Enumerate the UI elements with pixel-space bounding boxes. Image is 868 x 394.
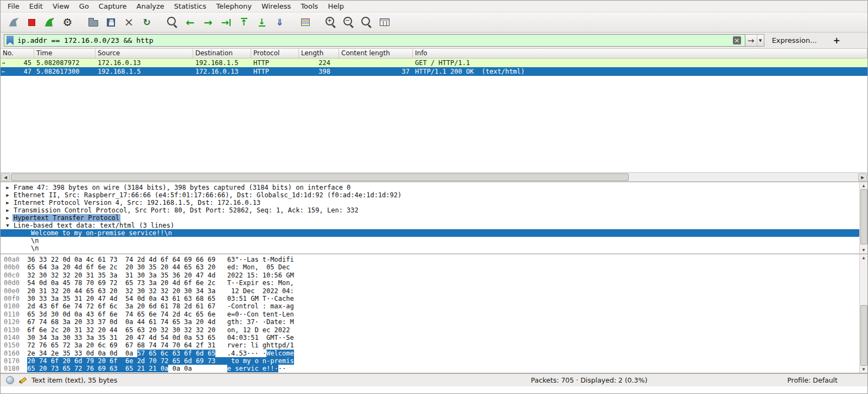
filter-apply-button[interactable] bbox=[745, 35, 757, 46]
menu-item-telephony[interactable]: Telephony bbox=[211, 1, 257, 11]
menu-item-capture[interactable]: Capture bbox=[94, 1, 132, 11]
colorize-packets-button[interactable] bbox=[296, 15, 314, 30]
go-to-bottom-button[interactable] bbox=[253, 15, 271, 30]
capture-options-button[interactable] bbox=[59, 15, 76, 30]
detail-row-4[interactable]: ▶Hypertext Transfer Protocol bbox=[1, 214, 859, 222]
start-capture-button[interactable] bbox=[5, 15, 23, 30]
hex-line-0120[interactable]: 0120 67 74 68 3a 20 33 37 0d 0a 44 61 74… bbox=[4, 318, 859, 326]
hex-line-00f0[interactable]: 00f0 30 33 3a 35 31 20 47 4d 54 0d 0a 43… bbox=[4, 295, 859, 302]
detail-row-6[interactable]: Welcome to my on-premise service!!\n bbox=[1, 229, 859, 237]
find-packet-button[interactable] bbox=[163, 15, 181, 30]
resize-columns-button[interactable] bbox=[375, 15, 393, 30]
hex-scrollbar[interactable] bbox=[859, 254, 867, 373]
hex-scroll-thumb[interactable] bbox=[860, 305, 867, 366]
restart-capture-button[interactable] bbox=[41, 15, 59, 30]
horizontal-scroll-thumb[interactable] bbox=[11, 173, 629, 181]
zoom-out-button[interactable] bbox=[340, 15, 358, 30]
detail-row-3[interactable]: ▶Transmission Control Protocol, Src Port… bbox=[1, 206, 859, 214]
go-to-top-button[interactable] bbox=[235, 15, 253, 30]
expert-info-icon[interactable] bbox=[6, 376, 14, 384]
menu-item-go[interactable]: Go bbox=[74, 1, 94, 11]
column-header-source[interactable]: Source bbox=[95, 49, 193, 58]
hex-line-0130[interactable]: 0130 6f 6e 2c 20 31 32 20 44 65 63 20 32… bbox=[4, 326, 859, 334]
collapse-arrow-icon[interactable]: ▼ bbox=[4, 222, 11, 229]
close-file-button[interactable] bbox=[120, 15, 138, 30]
packet-row-47[interactable]: ←475.082617300192.168.1.5172.16.0.13HTTP… bbox=[1, 67, 867, 76]
reload-file-button[interactable] bbox=[138, 15, 156, 30]
expand-arrow-icon[interactable]: ▶ bbox=[4, 191, 11, 199]
packet-row-45[interactable]: →455.082087972172.16.0.13192.168.1.5HTTP… bbox=[1, 59, 867, 67]
column-header-time[interactable]: Time bbox=[34, 49, 95, 58]
scroll-right-arrow-icon[interactable] bbox=[858, 173, 867, 181]
details-scroll-track[interactable] bbox=[860, 189, 867, 247]
filter-add-button[interactable]: + bbox=[829, 35, 845, 46]
packet-number: 45 bbox=[24, 59, 31, 67]
expand-arrow-icon[interactable]: ▶ bbox=[4, 206, 11, 214]
detail-row-5[interactable]: ▼Line-based text data: text/html (3 line… bbox=[1, 222, 859, 229]
column-header-content-length[interactable]: Content length bbox=[339, 49, 413, 58]
column-header-length[interactable]: Length bbox=[299, 49, 339, 58]
details-scrollbar[interactable] bbox=[859, 182, 867, 254]
column-header-no[interactable]: No. bbox=[1, 49, 34, 58]
filter-clear-button[interactable] bbox=[733, 36, 741, 44]
detail-row-0[interactable]: ▶Frame 47: 398 bytes on wire (3184 bits)… bbox=[1, 184, 859, 191]
hex-line-0160[interactable]: 0160 2e 34 2e 35 33 0d 0a 0d 0a 57 65 6c… bbox=[4, 350, 859, 357]
menu-item-analyze[interactable]: Analyze bbox=[132, 1, 169, 11]
go-back-button[interactable] bbox=[181, 15, 199, 30]
hex-line-0140[interactable]: 0140 30 34 3a 30 33 3a 35 31 20 47 4d 54… bbox=[4, 334, 859, 341]
hex-line-0150[interactable]: 0150 72 76 65 72 3a 20 6c 69 67 68 74 74… bbox=[4, 341, 859, 349]
menu-item-tools[interactable]: Tools bbox=[296, 1, 323, 11]
scroll-down-arrow-icon[interactable] bbox=[863, 247, 865, 253]
expand-arrow-icon[interactable]: ▶ bbox=[4, 184, 11, 191]
zoom-in-button[interactable] bbox=[322, 15, 340, 30]
scroll-up-arrow-icon[interactable] bbox=[863, 183, 865, 189]
menu-item-help[interactable]: Help bbox=[323, 1, 349, 11]
display-filter-input[interactable]: ip.addr == 172.16.0.0/23 && http bbox=[4, 34, 745, 47]
hex-offset: 0110 bbox=[4, 311, 27, 318]
detail-row-2[interactable]: ▶Internet Protocol Version 4, Src: 192.1… bbox=[1, 199, 859, 206]
stop-capture-button[interactable] bbox=[23, 15, 41, 30]
filter-dropdown-arrow[interactable] bbox=[757, 35, 764, 46]
detail-row-7[interactable]: \n bbox=[1, 237, 859, 244]
save-file-button[interactable] bbox=[102, 15, 120, 30]
expression-button[interactable]: Expression... bbox=[768, 35, 821, 46]
capture-comment-icon[interactable] bbox=[18, 376, 27, 384]
menu-item-view[interactable]: View bbox=[48, 1, 74, 11]
hex-line-0100[interactable]: 0100 2d 43 6f 6e 74 72 6f 6c 3a 20 6d 61… bbox=[4, 302, 859, 310]
horizontal-scroll-track[interactable] bbox=[11, 173, 857, 181]
expand-arrow-icon[interactable]: ▶ bbox=[4, 199, 11, 206]
auto-scroll-button[interactable] bbox=[271, 15, 289, 30]
status-profile[interactable]: Profile: Default bbox=[787, 376, 838, 384]
hex-line-00a0[interactable]: 00a0 36 33 22 0d 0a 4c 61 73 74 2d 4d 6f… bbox=[4, 256, 859, 263]
menu-item-statistics[interactable]: Statistics bbox=[169, 1, 211, 11]
status-packet-counts: Packets: 705 · Displayed: 2 (0.3%) bbox=[531, 376, 648, 384]
menu-item-wireless[interactable]: Wireless bbox=[257, 1, 296, 11]
hex-line-0110[interactable]: 0110 65 3d 30 0d 0a 43 6f 6e 74 65 6e 74… bbox=[4, 311, 859, 318]
column-header-destination[interactable]: Destination bbox=[193, 49, 251, 58]
go-forward-button[interactable] bbox=[199, 15, 217, 30]
detail-row-1[interactable]: ▶Ethernet II, Src: Raspberr_17:66:66 (e4… bbox=[1, 191, 859, 199]
hex-scroll-track[interactable] bbox=[860, 261, 867, 366]
filter-bookmark-icon[interactable] bbox=[7, 36, 14, 45]
menu-item-edit[interactable]: Edit bbox=[24, 1, 48, 11]
zoom-reset-button[interactable] bbox=[358, 15, 375, 30]
hex-line-00e0[interactable]: 00e0 20 31 32 20 44 65 63 20 32 30 32 32… bbox=[4, 287, 859, 295]
hex-offset: 0100 bbox=[4, 302, 27, 310]
open-file-button[interactable] bbox=[84, 15, 102, 30]
hex-line-0180[interactable]: 0180 65 20 73 65 72 76 69 63 65 21 21 0a… bbox=[4, 365, 859, 372]
horizontal-scrollbar[interactable] bbox=[1, 172, 867, 182]
expand-arrow-icon[interactable]: ▶ bbox=[4, 214, 11, 222]
go-to-packet-button[interactable] bbox=[217, 15, 235, 30]
column-header-info[interactable]: Info bbox=[413, 49, 867, 58]
hex-line-00c0[interactable]: 00c0 32 30 32 32 20 31 35 3a 31 30 3a 35… bbox=[4, 272, 859, 279]
scroll-up-arrow-icon[interactable] bbox=[863, 255, 865, 261]
scroll-down-arrow-icon[interactable] bbox=[863, 366, 865, 372]
details-scroll-thumb[interactable] bbox=[860, 189, 867, 244]
column-header-protocol[interactable]: Protocol bbox=[251, 49, 299, 58]
detail-row-8[interactable]: \n bbox=[1, 244, 859, 252]
hex-line-00b0[interactable]: 00b0 65 64 3a 20 4d 6f 6e 2c 20 30 35 20… bbox=[4, 263, 859, 271]
hex-line-0170[interactable]: 0170 20 74 6f 20 6d 79 20 6f 6e 2d 70 72… bbox=[4, 357, 859, 365]
hex-line-00d0[interactable]: 00d0 54 0d 0a 45 78 70 69 72 65 73 3a 20… bbox=[4, 279, 859, 287]
menu-item-file[interactable]: File bbox=[3, 1, 24, 11]
scroll-left-arrow-icon[interactable] bbox=[1, 173, 10, 181]
